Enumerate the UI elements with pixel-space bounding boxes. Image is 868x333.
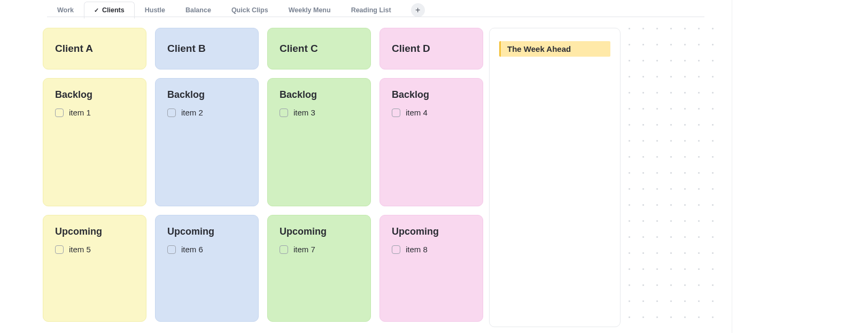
- tab-label: Quick Clips: [231, 6, 268, 14]
- card-header-client-d[interactable]: Client D: [379, 28, 483, 69]
- checkbox[interactable]: [55, 109, 64, 117]
- list-item: item 8: [392, 245, 471, 254]
- tab-label: Reading List: [351, 6, 391, 14]
- panel-heading: The Week Ahead: [499, 41, 610, 57]
- todo-label: item 6: [181, 245, 203, 254]
- board-content: Client A Backlog item 1 Upcoming item 5: [43, 28, 483, 322]
- tab-label: Balance: [185, 6, 211, 14]
- todo-label: item 4: [406, 108, 428, 117]
- checkbox[interactable]: [280, 109, 288, 117]
- section-title: Upcoming: [167, 226, 246, 237]
- card-backlog-client-c[interactable]: Backlog item 3: [267, 78, 371, 206]
- column-client-c: Client C Backlog item 3 Upcoming item 7: [267, 28, 371, 322]
- card-title: Client A: [55, 43, 93, 55]
- column-client-d: Client D Backlog item 4 Upcoming item 8: [379, 28, 483, 322]
- section-title: Upcoming: [280, 226, 359, 237]
- dot-grid-background: [629, 28, 725, 327]
- list-item: item 3: [280, 108, 359, 117]
- section-title: Backlog: [167, 89, 246, 100]
- card-backlog-client-a[interactable]: Backlog item 1: [43, 78, 146, 206]
- checkbox[interactable]: [55, 245, 64, 254]
- check-icon: ✓: [94, 7, 99, 13]
- board-canvas: Work ✓ Clients Hustle Balance Quick Clip…: [0, 0, 732, 333]
- section-title: Backlog: [392, 89, 471, 100]
- todo-label: item 7: [293, 245, 315, 254]
- column-client-b: Client B Backlog item 2 Upcoming item 6: [155, 28, 259, 322]
- card-title: Client D: [392, 43, 430, 55]
- todo-label: item 3: [293, 108, 315, 117]
- column-client-a: Client A Backlog item 1 Upcoming item 5: [43, 28, 146, 322]
- todo-label: item 2: [181, 108, 203, 117]
- card-upcoming-client-c[interactable]: Upcoming item 7: [267, 215, 371, 322]
- side-panel-week-ahead[interactable]: The Week Ahead: [489, 28, 621, 327]
- list-item: item 5: [55, 245, 134, 254]
- panel-heading-text: The Week Ahead: [507, 44, 571, 53]
- card-backlog-client-d[interactable]: Backlog item 4: [379, 78, 483, 206]
- tab-label: Hustle: [145, 6, 165, 14]
- list-item: item 6: [167, 245, 246, 254]
- tabs-bar: Work ✓ Clients Hustle Balance Quick Clip…: [0, 0, 732, 20]
- tabs-underline: [47, 17, 704, 17]
- todo-label: item 8: [406, 245, 428, 254]
- card-upcoming-client-b[interactable]: Upcoming item 6: [155, 215, 259, 322]
- list-item: item 1: [55, 108, 134, 117]
- section-title: Backlog: [280, 89, 359, 100]
- checkbox[interactable]: [167, 245, 176, 254]
- card-upcoming-client-d[interactable]: Upcoming item 8: [379, 215, 483, 322]
- section-title: Upcoming: [55, 226, 134, 237]
- list-item: item 4: [392, 108, 471, 117]
- card-upcoming-client-a[interactable]: Upcoming item 5: [43, 215, 146, 322]
- card-title: Client C: [280, 43, 318, 55]
- checkbox[interactable]: [280, 245, 288, 254]
- section-title: Upcoming: [392, 226, 471, 237]
- add-tab-button[interactable]: +: [411, 3, 425, 17]
- section-title: Backlog: [55, 89, 134, 100]
- card-header-client-c[interactable]: Client C: [267, 28, 371, 69]
- card-title: Client B: [167, 43, 206, 55]
- tab-label: Weekly Menu: [289, 6, 331, 14]
- list-item: item 2: [167, 108, 246, 117]
- card-backlog-client-b[interactable]: Backlog item 2: [155, 78, 259, 206]
- plus-icon: +: [415, 5, 420, 15]
- todo-label: item 1: [69, 108, 91, 117]
- card-header-client-a[interactable]: Client A: [43, 28, 146, 69]
- checkbox[interactable]: [167, 109, 176, 117]
- tab-label: Clients: [102, 6, 125, 14]
- checkbox[interactable]: [392, 245, 400, 254]
- tab-label: Work: [57, 6, 74, 14]
- todo-label: item 5: [69, 245, 91, 254]
- list-item: item 7: [280, 245, 359, 254]
- card-header-client-b[interactable]: Client B: [155, 28, 259, 69]
- checkbox[interactable]: [392, 109, 400, 117]
